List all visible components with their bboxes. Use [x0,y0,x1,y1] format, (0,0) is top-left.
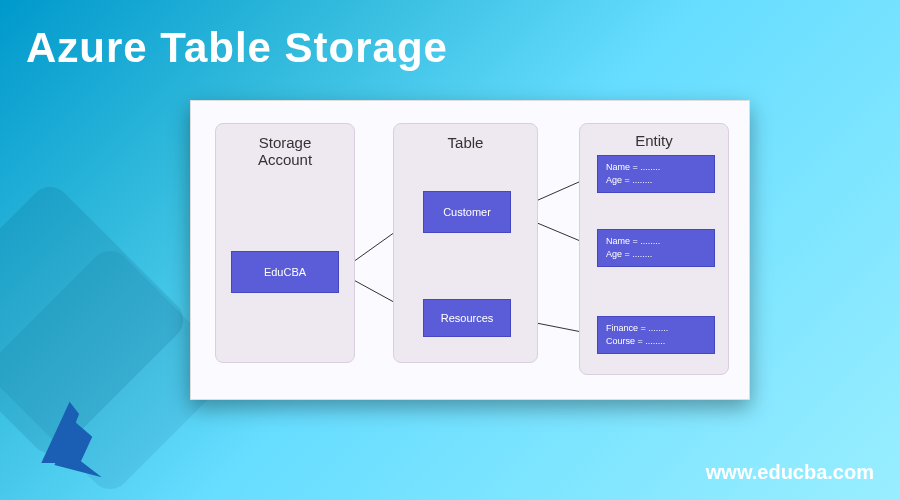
node-entity-1: Name = ........ Age = ........ [597,155,715,193]
column-header-storage-account: Storage Account [216,124,354,174]
diagram-container: Storage Account Table Entity EduCBA Cust… [190,100,750,400]
column-storage-account: Storage Account [215,123,355,363]
node-educba: EduCBA [231,251,339,293]
node-entity-2: Name = ........ Age = ........ [597,229,715,267]
entity-prop: Name = ........ [606,161,660,174]
node-resources: Resources [423,299,511,337]
node-entity-3: Finance = ........ Course = ........ [597,316,715,354]
entity-prop: Course = ........ [606,335,665,348]
azure-logo-icon [24,397,119,482]
node-label: Resources [441,312,494,324]
node-label: Customer [443,206,491,218]
node-customer: Customer [423,191,511,233]
entity-prop: Finance = ........ [606,322,668,335]
entity-prop: Age = ........ [606,248,652,261]
column-header-table: Table [394,124,537,157]
diagram-inner: Storage Account Table Entity EduCBA Cust… [191,101,749,399]
entity-prop: Age = ........ [606,174,652,187]
column-header-entity: Entity [580,124,728,155]
entity-prop: Name = ........ [606,235,660,248]
page-title: Azure Table Storage [26,24,448,72]
website-url: www.educba.com [706,461,874,484]
node-label: EduCBA [264,266,306,278]
